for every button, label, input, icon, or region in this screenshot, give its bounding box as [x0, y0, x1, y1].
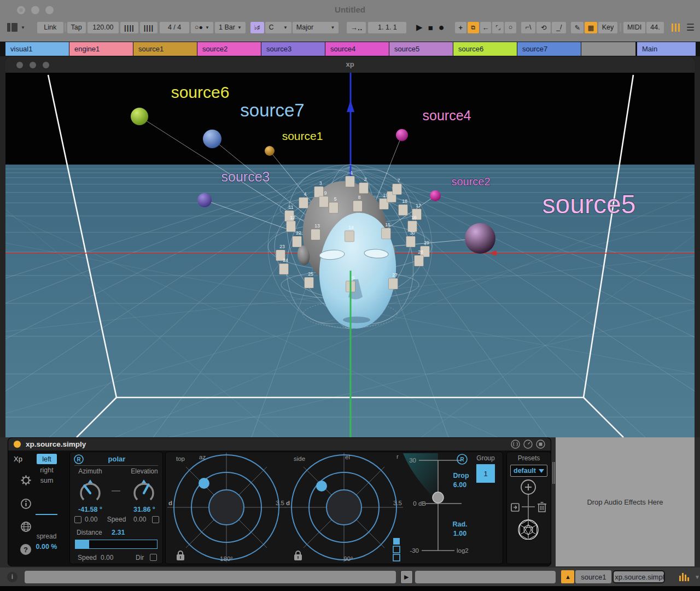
chevron-down-icon[interactable]: ▼ — [695, 574, 700, 580]
loop-icon[interactable]: ○ — [505, 22, 516, 33]
track-tab-source6[interactable]: source6 — [453, 42, 517, 56]
back-to-arrangement-icon[interactable]: ← — [480, 22, 492, 33]
metronome-count-icon[interactable]: |||| — [140, 22, 158, 33]
trash-icon[interactable] — [538, 502, 546, 512]
panel-resize-handle[interactable] — [551, 437, 556, 566]
tempo-field[interactable]: 120.00 — [88, 22, 119, 33]
bar-meter-icon[interactable] — [679, 572, 689, 581]
layer-square-1[interactable] — [393, 538, 400, 545]
radar-side-view[interactable]: side el d 3.5 -90° — [285, 453, 403, 562]
preset-selector[interactable]: default — [510, 465, 547, 477]
azimuth-speed-value[interactable]: 0.00 — [85, 516, 97, 523]
distance-value[interactable]: 2.31 — [112, 529, 125, 536]
layer-square-2[interactable] — [393, 546, 400, 553]
geodesic-ball-icon[interactable] — [518, 520, 538, 540]
lock-icon[interactable] — [294, 551, 302, 560]
3d-spatial-scene[interactable]: 1234598196718171112131415163029222324252… — [5, 73, 695, 437]
layer-square-3[interactable] — [393, 554, 400, 561]
follow-icon[interactable]: →‥ — [347, 22, 366, 33]
mode-left-button[interactable]: left — [37, 454, 57, 464]
spread-value[interactable]: 0.00 % — [32, 543, 61, 551]
track-tab-engine1[interactable]: engine1 — [69, 42, 133, 56]
track-tab-visual1[interactable]: visual1 — [5, 42, 69, 56]
device-on-led[interactable] — [13, 440, 21, 448]
collapse-chain-icon[interactable]: ▲ — [561, 570, 574, 583]
elevation-speed-value[interactable]: 0.00 — [133, 516, 146, 523]
radar-side-dot[interactable] — [316, 481, 327, 491]
elevation-speed-checkbox[interactable] — [152, 516, 159, 523]
polar-title[interactable]: polar — [70, 455, 164, 463]
azimuth-value[interactable]: -41.58 ° — [71, 506, 109, 513]
layout-selector-icon[interactable]: ▼ — [7, 23, 25, 32]
record-icon[interactable]: ● — [439, 22, 445, 33]
reset-icon[interactable]: R — [457, 454, 467, 464]
device-titlebar[interactable]: xp.source.simply — [8, 438, 551, 450]
selected-track-field[interactable]: source1 — [575, 570, 611, 583]
azimuth-knob[interactable] — [78, 477, 103, 505]
gain-knob[interactable] — [433, 492, 444, 503]
sample-rate-field[interactable]: 44. — [646, 22, 663, 33]
elevation-knob[interactable] — [131, 477, 156, 505]
save-icon[interactable] — [536, 440, 545, 449]
radar-top-view[interactable]: top az d 3.5 180° — [167, 453, 285, 562]
root-note-menu[interactable]: C▼ — [265, 22, 291, 33]
session-record-icon[interactable]: ⌜⌟ — [492, 22, 504, 33]
globe-icon[interactable] — [20, 521, 32, 533]
track-tab-source3[interactable]: source3 — [261, 42, 325, 56]
sphere-source1[interactable] — [265, 146, 275, 156]
track-tab-source2[interactable]: source2 — [197, 42, 261, 56]
menu-icon[interactable]: ☰ — [686, 22, 695, 33]
metronome-icon[interactable]: |||| — [120, 22, 138, 33]
distance-speed-value[interactable]: 0.00 — [101, 554, 113, 561]
azimuth-speed-checkbox[interactable] — [74, 516, 81, 523]
track-tab-empty[interactable] — [581, 42, 635, 56]
key-map-button[interactable]: Key — [598, 22, 618, 33]
device-tab-xp[interactable]: Xp — [14, 455, 22, 463]
loop-brace-icon[interactable]: ⟲ — [536, 22, 551, 33]
time-signature-field[interactable]: 4 / 4 — [160, 22, 189, 33]
ramp-icon[interactable]: _/ — [552, 22, 566, 33]
gear-icon[interactable] — [20, 475, 32, 486]
sphere-source2[interactable] — [430, 190, 441, 201]
sphere-source7[interactable] — [203, 130, 221, 148]
fold-icon[interactable]: ▦ — [585, 22, 597, 33]
track-tab-source5[interactable]: source5 — [389, 42, 453, 56]
radar-top-dot[interactable] — [199, 478, 209, 489]
lock-icon[interactable] — [177, 551, 184, 560]
mode-right-button[interactable]: right — [37, 466, 57, 474]
link-button[interactable]: Link — [37, 22, 63, 33]
help-icon[interactable]: ? — [20, 544, 31, 555]
clock-icon[interactable] — [523, 440, 533, 449]
track-tab-source4[interactable]: source4 — [325, 42, 389, 56]
play-icon[interactable]: ▶ — [416, 22, 423, 32]
quantize-menu[interactable]: 1 Bar▼ — [215, 22, 246, 33]
sphere-source3[interactable] — [197, 193, 212, 207]
xp-window-titlebar[interactable]: xp — [5, 57, 695, 73]
track-tab-source1[interactable]: source1 — [133, 42, 197, 56]
selected-device-field[interactable]: xp.source.simply — [612, 570, 665, 583]
mode-sum-button[interactable]: sum — [37, 477, 57, 484]
info-icon[interactable] — [20, 498, 32, 510]
track-tab-Main[interactable]: Main — [637, 42, 696, 56]
arrangement-position[interactable]: 1. 1. 1 — [368, 22, 406, 33]
automation-arm-icon[interactable]: ⧉ — [468, 22, 479, 33]
stop-icon[interactable]: ■ — [428, 23, 433, 32]
groove-amount-button[interactable]: ○●▼ — [191, 22, 213, 33]
track-tab-source7[interactable]: source7 — [517, 42, 581, 56]
elevation-value[interactable]: 31.86 ° — [125, 506, 164, 513]
radar-svg[interactable]: top az d 3.5 180° — [166, 452, 503, 564]
key-signature-icon[interactable]: ♭♯ — [250, 22, 264, 33]
dir-checkbox[interactable] — [150, 554, 157, 561]
sphere-source5[interactable] — [465, 223, 495, 254]
fade-icon[interactable]: ⌐\ — [521, 22, 535, 33]
sphere-source6[interactable] — [131, 108, 148, 125]
tap-button[interactable]: Tap — [67, 22, 86, 33]
sphere-source4[interactable] — [396, 129, 408, 141]
new-icon[interactable]: + — [455, 22, 466, 33]
preview-play-icon[interactable]: ▶ — [400, 570, 413, 584]
info-icon[interactable]: i — [7, 572, 18, 582]
draw-icon[interactable]: ✎ — [571, 22, 584, 33]
scale-menu[interactable]: Major▼ — [293, 22, 339, 33]
distance-slider[interactable] — [75, 540, 158, 549]
bracket-icon[interactable] — [511, 440, 520, 449]
